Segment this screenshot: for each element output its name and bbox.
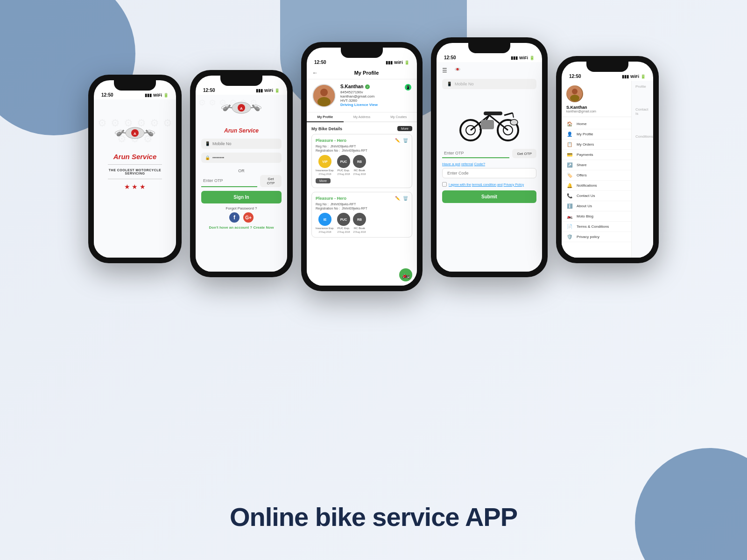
svg-text:A: A [240,106,243,111]
bike-2-actions: ✏️ 🗑️ [395,196,408,201]
referral-code-input[interactable] [442,168,536,178]
password-input[interactable] [201,153,282,163]
delete-icon[interactable]: 🗑️ [403,138,408,143]
menu-item-offers[interactable]: 🏷️ Offers [562,170,631,181]
splash-divider-2 [108,179,162,179]
bike-1-more-link[interactable]: More [316,178,331,183]
puc-label-2: PUC Exp. [338,227,350,230]
rc-badge-2: RB [353,213,366,226]
back-button[interactable]: ← [312,70,318,76]
otp-input[interactable] [201,175,257,187]
puc-badge-2: PUC [337,213,350,226]
profile-details: S.Kanthan ✓ 8454527190v kanthan@gmail.co… [340,84,400,107]
phones-container: 12:50 ▮▮▮ WiFi 🔋 ⚙ ⚙ ⚙ ⚙ ⚙ ⚙ ⚙ ⚙ [88,37,659,291]
facebook-login-button[interactable]: f [229,212,240,223]
terms-row: I agree with the terms& condition and Pr… [442,182,536,187]
bike-more-button[interactable]: More [397,126,412,131]
mobile-input-wrapper: 📱 [201,139,282,149]
contact-icon: 📞 [566,193,573,198]
google-login-button[interactable]: G+ [243,212,254,223]
tab-my-profile[interactable]: My Profile [307,112,344,122]
phone-splash-screen: 12:50 ▮▮▮ WiFi 🔋 ⚙ ⚙ ⚙ ⚙ ⚙ ⚙ ⚙ ⚙ [94,80,176,258]
right-panel: Profile Contact Is Conditions [632,81,653,258]
terms-link-1[interactable]: terms& condition [472,183,496,186]
hamburger-menu[interactable]: ☰ [442,67,447,74]
reg-get-otp-button[interactable]: Get OTP [512,149,536,158]
phone2-status-icons: ▮▮▮ WiFi 🔋 [256,88,280,93]
profile-info-section: S.Kanthan ✓ 8454527190v kanthan@gmail.co… [307,79,417,112]
profile-licence: Driving Licence View [340,103,400,107]
referral-link[interactable]: referral [461,162,473,166]
menu-item-share[interactable]: ↗️ Share [562,160,631,170]
menu-item-terms[interactable]: 📄 Terms & Conditions [562,222,631,232]
phone5-status-icons: ▮▮▮ WiFi 🔋 [622,74,646,79]
login-logo: A Arun Service [220,98,262,134]
svg-text:A: A [134,132,136,136]
menu-item-privacy[interactable]: 🛡️ Privacy policy [562,232,631,242]
notifications-icon: 🔔 [566,183,573,188]
tab-my-coupons[interactable]: My Couties [380,112,417,122]
rc-date-2: 27Aug 2018 [353,231,366,233]
sign-in-button[interactable]: Sign In [201,191,282,203]
bike-card-1-header: Pleasure - Hero ✏️ 🗑️ [316,138,408,143]
menu-user-name: S.Kanthan [566,105,627,110]
bike-2-doc-puc: PUC PUC Exp. 27Aug 2018 [337,213,350,233]
bike-section-header: My Bike Details More [311,126,412,131]
phone-login: 12:50 ▮▮▮ WiFi 🔋 ⚙ ⚙ ⚙ ⚙ ⚙ ⚙ [190,70,293,277]
lock-icon: 🔒 [205,155,210,160]
menu-item-orders[interactable]: 📋 My Orders [562,140,631,150]
submit-button[interactable]: Submit [442,190,536,203]
phone-registration: 12:50 ▮▮▮ WiFi 🔋 ☰ A [431,37,548,277]
signal-icon: ▮▮▮ [386,60,393,65]
profile-avatar [312,84,336,107]
bike-2-model: Pleasure - Hero [316,196,346,201]
menu-item-moto-blog[interactable]: 🏍️ Moto Blog [562,211,631,222]
terms-checkbox[interactable] [442,182,447,187]
menu-avatar [566,85,583,102]
vip-badge: VIP [318,155,331,168]
bike-svg [452,97,527,143]
bike-1-reg-no: Registration No : Jfnhrt09jwks-RFT [316,149,408,152]
svg-text:A: A [457,69,458,70]
phone-splash: 12:50 ▮▮▮ WiFi 🔋 ⚙ ⚙ ⚙ ⚙ ⚙ ⚙ ⚙ ⚙ [88,75,182,263]
reg-otp-input[interactable] [442,149,509,158]
profile-tabs: My Profile My Address My Couties [307,112,417,122]
menu-item-home[interactable]: 🏠 Home [562,119,631,129]
menu-item-notifications[interactable]: 🔔 Notifications [562,181,631,191]
menu-notifications-label: Notifications [577,183,597,188]
bike-1-doc-rc: RB RC Book 27Aug 2018 [353,155,366,175]
edit-icon[interactable]: ✏️ [395,138,400,143]
splash-divider [108,164,162,165]
bike-1-reg: Reg No : Jfnhrt09jwks-RFT [316,145,408,148]
mobile-input[interactable] [201,139,282,149]
vip-date: 27Aug 2018 [319,173,331,175]
profile-icon: 👤 [566,132,573,137]
mobile-placeholder-text: Mobile No [455,82,474,86]
avatar-image [313,85,335,106]
licence-view-link[interactable]: View [369,103,378,107]
splash-tagline: THE COOLEST MOTORCYCLE SERVICING [101,168,169,175]
signal-icon: ▮▮▮ [256,88,263,93]
menu-item-contact[interactable]: 📞 Contact Us [562,191,631,201]
bike-2-doc-rc: RB RC Book 27Aug 2018 [353,213,366,233]
phone2-time: 12:50 [203,88,215,93]
rc-date: 27Aug 2018 [353,173,366,175]
chat-fab-button[interactable]: 🏍️ [399,268,412,281]
delete-icon-2[interactable]: 🗑️ [403,196,408,201]
phone4-status-icons: ▮▮▮ WiFi 🔋 [511,56,535,60]
terms-link-2[interactable]: Privacy Policy [504,183,524,186]
right-panel-content: Profile Contact Is Conditions [635,84,649,139]
bike-1-actions: ✏️ 🗑️ [395,138,408,143]
mobile-phone-icon: 📱 [447,82,452,86]
menu-moto-blog-label: Moto Blog [577,214,593,218]
menu-profile-label: My Profile [577,132,593,136]
get-otp-button[interactable]: Get OTP [260,175,282,187]
menu-content: S.Kanthan kanthan@gmail.com 🏠 Home 👤 My … [562,81,653,258]
menu-item-profile[interactable]: 👤 My Profile [562,129,631,140]
menu-item-about[interactable]: ℹ️ About Us [562,201,631,211]
whatsapp-icon[interactable]: 📱 [405,84,411,91]
edit-icon-2[interactable]: ✏️ [395,196,400,201]
menu-item-payments[interactable]: 💳 Payments [562,150,631,160]
create-now-link[interactable]: Create Now [253,225,274,230]
tab-my-address[interactable]: My Address [344,112,381,122]
